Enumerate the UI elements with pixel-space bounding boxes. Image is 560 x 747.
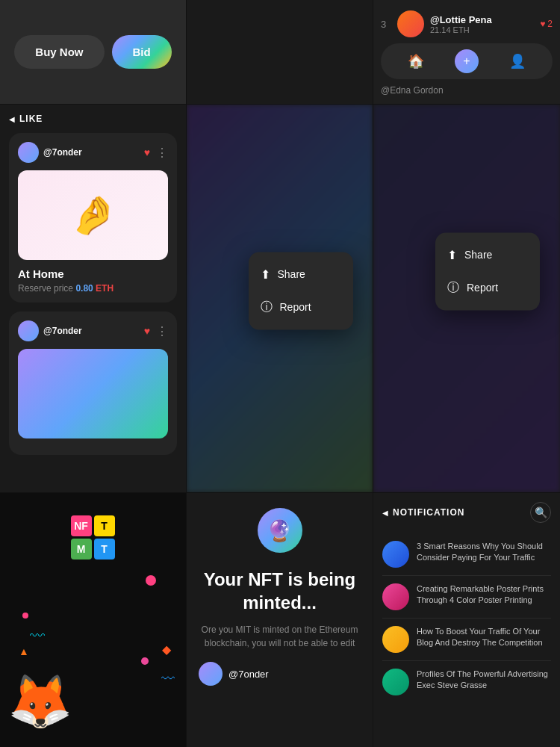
nav-bar: 🏠 + 👤 (381, 43, 553, 79)
card-avatar-2 (18, 320, 39, 341)
minting-username: @7onder (228, 669, 269, 680)
nft-card-2: @7onder ♥ ⋮ (9, 311, 177, 455)
notif-item-2[interactable]: Creating Remarkable Poster Prints Throug… (382, 576, 551, 619)
card-avatar-1 (18, 142, 39, 163)
notification-search-button[interactable]: 🔍 (530, 502, 551, 523)
orange-triangle: ▲ (19, 645, 29, 657)
minting-title: Your NFT is being minted... (199, 568, 361, 614)
card-header-1: @7onder ♥ ⋮ (18, 142, 168, 163)
share-icon-2: ⬆ (447, 247, 457, 261)
card-username-2: @7onder (43, 326, 82, 336)
teal-squiggle: 〰 (30, 627, 45, 645)
report-label-2: Report (467, 282, 498, 294)
truncated-user-name: @Edna Gordon (381, 82, 553, 99)
card-username-1: @7onder (43, 147, 82, 158)
report-icon-2: ⓘ (447, 279, 459, 295)
report-label-1: Report (280, 301, 311, 313)
report-option-1[interactable]: ⓘ Report (249, 290, 353, 323)
share-report-dropdown-2: ⬆ Share ⓘ Report (435, 232, 540, 310)
notif-text-4: Profiles Of The Powerful Advertising Exe… (417, 669, 551, 692)
nft-title-1: At Home (18, 267, 168, 280)
bid-button[interactable]: Bid (112, 35, 172, 69)
pink-dot-1 (146, 575, 156, 586)
buy-bid-cell: Buy Now Bid (0, 0, 187, 105)
card-heart-icon-1[interactable]: ♥ (144, 146, 150, 158)
minting-description: Ore you MIT is minted on the Ethereum bl… (199, 623, 361, 650)
notif-item-1[interactable]: 3 Smart Reasons Why You Should Consider … (382, 533, 551, 576)
like-header: ◀ LIKE (9, 114, 177, 124)
nft-image-1: 🤌 (18, 170, 168, 260)
logo-nf: NF (71, 515, 92, 536)
like-panel: ◀ LIKE @7onder ♥ ⋮ 🤌 At Home Reserve pri… (0, 105, 187, 493)
price-label-1: Reserve price (18, 283, 73, 294)
notif-triangle-icon: ◀ (382, 509, 388, 517)
pink-dot-2 (22, 613, 28, 619)
nftm-branding-panel: NF T M T 〰 ◆ 〰 ▲ 🦊 (0, 493, 187, 747)
nftm-logo: NF T M T (71, 515, 116, 560)
heart-badge: ♥ 2 (540, 19, 553, 29)
notif-text-3: How To Boost Your Traffic Of Your Blog A… (417, 626, 551, 649)
logo-t1: T (94, 515, 115, 536)
notif-item-3[interactable]: How To Boost Your Traffic Of Your Blog A… (382, 619, 551, 661)
card-header-2: @7onder ♥ ⋮ (18, 320, 168, 341)
notif-avatar-4 (382, 669, 409, 695)
notif-avatar-1 (382, 541, 409, 568)
notif-item-4[interactable]: Profiles Of The Powerful Advertising Exe… (382, 661, 551, 703)
card-actions-1: ♥ ⋮ (144, 146, 168, 160)
minting-panel: 🔮 Your NFT is being minted... Ore you MI… (187, 493, 373, 747)
share-label-1: Share (278, 268, 305, 280)
notif-text-1: 3 Smart Reasons Why You Should Consider … (417, 541, 551, 564)
profile-nav-icon[interactable]: 👤 (509, 53, 526, 69)
leaderboard-item-3: 3 @Lottie Pena 21.14 ETH ♥ 2 (381, 7, 553, 40)
share-option-2[interactable]: ⬆ Share (435, 238, 540, 270)
avatar (397, 10, 424, 37)
fox-emoji: 🦊 (7, 671, 72, 732)
like-triangle-icon: ◀ (9, 115, 15, 123)
minting-spinner-icon: 🔮 (258, 508, 302, 553)
share-report-dropdown-1: ⬆ Share ⓘ Report (249, 252, 353, 329)
logo-m: M (71, 539, 92, 560)
heart-icon: ♥ (540, 19, 545, 29)
like-label: LIKE (19, 114, 43, 124)
price-value-1: 0.80 (75, 283, 93, 294)
empty-top-center (187, 0, 373, 105)
notif-text-2: Creating Remarkable Poster Prints Throug… (417, 583, 551, 607)
right-nft-panel: ⬆ Share ⓘ Report (373, 105, 560, 493)
leaderboard-nav-cell: 3 @Lottie Pena 21.14 ETH ♥ 2 🏠 + 👤 @Edna… (373, 0, 560, 105)
buy-bid-container: Buy Now Bid (14, 35, 171, 69)
card-user-2: @7onder (18, 320, 82, 341)
rank-number: 3 (381, 19, 391, 30)
share-option-1[interactable]: ⬆ Share (249, 258, 353, 290)
price-unit-1: ETH (96, 283, 113, 294)
nft-image-2 (18, 349, 168, 438)
card-more-icon-1[interactable]: ⋮ (156, 146, 168, 160)
notification-header: ◀ NOTIFICATION 🔍 (382, 502, 551, 523)
home-nav-icon[interactable]: 🏠 (408, 53, 424, 69)
share-label-2: Share (464, 249, 492, 261)
nft-price-1: Reserve price 0.80 ETH (18, 283, 168, 294)
logo-t2: T (94, 539, 115, 560)
report-option-2[interactable]: ⓘ Report (435, 270, 540, 304)
report-icon-1: ⓘ (261, 299, 273, 314)
blue-squiggle: 〰 (161, 672, 175, 687)
notif-avatar-3 (382, 626, 409, 653)
search-icon: 🔍 (535, 506, 547, 518)
card-user-1: @7onder (18, 142, 82, 163)
orange-diamond: ◆ (162, 642, 171, 657)
minting-user-row: @7onder (199, 662, 361, 686)
add-nav-icon[interactable]: + (455, 49, 479, 73)
minting-avatar (199, 662, 223, 686)
pink-dot-3 (141, 657, 149, 665)
heart-count: 2 (547, 19, 553, 29)
card-more-icon-2[interactable]: ⋮ (156, 324, 168, 338)
card-actions-2: ♥ ⋮ (144, 324, 168, 338)
notification-title: NOTIFICATION (393, 507, 464, 518)
user-info: @Lottie Pena 21.14 ETH (430, 14, 534, 34)
notification-title-group: ◀ NOTIFICATION (382, 507, 464, 518)
notification-panel: ◀ NOTIFICATION 🔍 3 Smart Reasons Why You… (373, 493, 560, 747)
nft-card-1: @7onder ♥ ⋮ 🤌 At Home Reserve price 0.80… (9, 133, 177, 303)
middle-nft-panel: ⬆ Share ⓘ Report (187, 105, 373, 493)
card-heart-icon-2[interactable]: ♥ (144, 325, 150, 337)
buy-now-button[interactable]: Buy Now (14, 35, 104, 69)
user-eth: 21.14 ETH (430, 25, 534, 34)
